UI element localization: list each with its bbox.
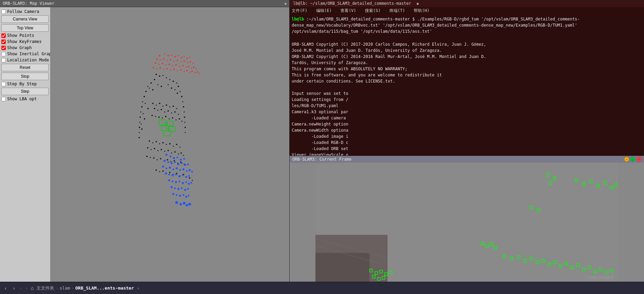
svg-point-192 — [191, 171, 193, 173]
svg-point-201 — [168, 179, 170, 181]
terminal-menu-search[interactable]: 搜索(S) — [365, 8, 381, 14]
svg-point-205 — [182, 182, 184, 184]
terminal-line-19: Viewer.imageViewScale o — [292, 152, 642, 156]
svg-point-191 — [189, 169, 191, 171]
svg-point-37 — [174, 89, 175, 90]
svg-point-67 — [172, 117, 173, 118]
terminal-line-1 — [292, 35, 642, 41]
svg-point-12 — [178, 86, 179, 87]
show-keyframes-checkbox[interactable] — [1, 40, 6, 44]
terminal-menu-edit[interactable]: 编辑(E) — [316, 8, 332, 14]
svg-point-134 — [180, 61, 181, 62]
svg-point-49 — [166, 104, 167, 106]
svg-point-167 — [197, 71, 198, 73]
step-by-step-checkbox[interactable] — [1, 82, 6, 86]
reset-button[interactable]: Reset — [1, 64, 49, 71]
camera-view-button[interactable]: Camera View — [1, 15, 49, 23]
terminal-menu-help[interactable]: 帮助(H) — [414, 8, 429, 14]
terminal-menu-terminal[interactable]: 终端(T) — [389, 8, 405, 14]
stop-button[interactable]: Stop — [1, 73, 49, 80]
localization-mode-checkbox[interactable] — [1, 58, 6, 62]
svg-point-32 — [152, 89, 153, 90]
svg-point-43 — [141, 123, 142, 124]
svg-point-168 — [199, 73, 200, 74]
taskbar-nav-right[interactable]: › — [11, 285, 17, 292]
svg-point-130 — [167, 60, 168, 61]
svg-point-206 — [185, 181, 187, 183]
svg-point-175 — [164, 160, 166, 162]
terminal-prompt: lb@lb — [292, 17, 304, 21]
taskbar-home-icon[interactable]: ⌂ — [31, 285, 34, 291]
show-inertial-graph-checkbox[interactable] — [1, 52, 6, 56]
svg-point-2 — [163, 75, 164, 76]
svg-point-39 — [145, 103, 146, 104]
taskbar-nav-left[interactable]: ‹ — [3, 285, 9, 292]
frame-close-buttons: − □ × — [624, 157, 641, 162]
show-graph-checkbox[interactable] — [1, 46, 6, 50]
svg-point-27 — [139, 132, 140, 133]
svg-point-55 — [160, 109, 162, 110]
svg-point-26 — [184, 122, 185, 123]
svg-point-212 — [181, 187, 183, 189]
svg-point-123 — [181, 57, 183, 58]
terminal-line-16: -Loaded image i — [292, 133, 642, 139]
svg-point-54 — [157, 110, 158, 111]
svg-point-115 — [189, 177, 190, 179]
svg-point-182 — [187, 163, 189, 165]
svg-point-120 — [171, 55, 172, 56]
breadcrumb-sep-1: › — [56, 286, 58, 291]
show-lba-opt-checkbox[interactable] — [1, 97, 6, 101]
svg-point-69 — [179, 118, 180, 119]
terminal-menu-view[interactable]: 查看(V) — [340, 8, 356, 14]
show-points-label: Show Points — [7, 33, 34, 38]
top-view-button[interactable]: Top View — [1, 24, 49, 32]
svg-point-181 — [184, 164, 186, 166]
svg-point-184 — [166, 167, 167, 169]
map-viewer-close-icon[interactable]: ● — [285, 2, 287, 5]
svg-point-23 — [139, 122, 140, 123]
svg-point-223 — [183, 202, 186, 205]
svg-point-193 — [165, 173, 167, 175]
svg-point-171 — [173, 157, 175, 159]
svg-point-155 — [159, 67, 161, 69]
breadcrumb-current[interactable]: ORB_SLAM...ents-master — [75, 285, 134, 291]
svg-point-96 — [157, 159, 158, 160]
show-points-checkbox[interactable] — [1, 33, 6, 38]
terminal-menu-file[interactable]: 文件(F) — [292, 8, 307, 14]
svg-point-185 — [169, 167, 171, 169]
svg-point-177 — [171, 162, 173, 164]
svg-point-157 — [166, 68, 168, 69]
frame-minimize-button[interactable]: − — [624, 157, 629, 162]
terminal-line-13: -Loaded camera — [292, 115, 642, 121]
frame-close-button[interactable]: × — [637, 157, 641, 162]
svg-point-101 — [174, 160, 175, 162]
follow-camera-checkbox[interactable] — [1, 10, 6, 14]
svg-point-62 — [155, 116, 156, 117]
svg-point-119 — [167, 55, 169, 56]
step-button[interactable]: Step — [1, 88, 49, 95]
follow-camera-row: Follow Camera — [1, 9, 49, 14]
svg-point-82 — [151, 149, 152, 150]
frame-maximize-button[interactable]: □ — [630, 157, 635, 162]
current-frame-canvas: CSDN@水理骆浮 — [290, 163, 644, 282]
svg-point-73 — [155, 141, 157, 142]
svg-point-140 — [158, 64, 159, 65]
svg-point-29 — [138, 137, 140, 138]
terminal-line-10: Loading settings from / — [292, 97, 642, 103]
svg-point-149 — [188, 66, 189, 67]
localization-mode-row: Localization Mode — [1, 58, 49, 62]
breadcrumb-home[interactable]: 主文件夹 — [36, 285, 54, 291]
svg-point-160 — [177, 70, 178, 71]
svg-point-20 — [183, 106, 184, 107]
breadcrumb-slam[interactable]: slam — [59, 285, 70, 291]
svg-point-143 — [168, 63, 170, 65]
svg-point-194 — [168, 174, 170, 175]
svg-point-4 — [166, 77, 167, 78]
taskbar-arrow-right: › — [137, 285, 139, 291]
svg-point-200 — [188, 175, 190, 177]
terminal-line-17: -Loaded RGB-D c — [292, 139, 642, 146]
terminal-close-icon[interactable]: ● — [417, 2, 419, 5]
svg-point-52 — [176, 108, 177, 109]
terminal-line-11: les/RGB-D/TUM1.yaml — [292, 103, 642, 109]
svg-point-142 — [165, 64, 166, 65]
